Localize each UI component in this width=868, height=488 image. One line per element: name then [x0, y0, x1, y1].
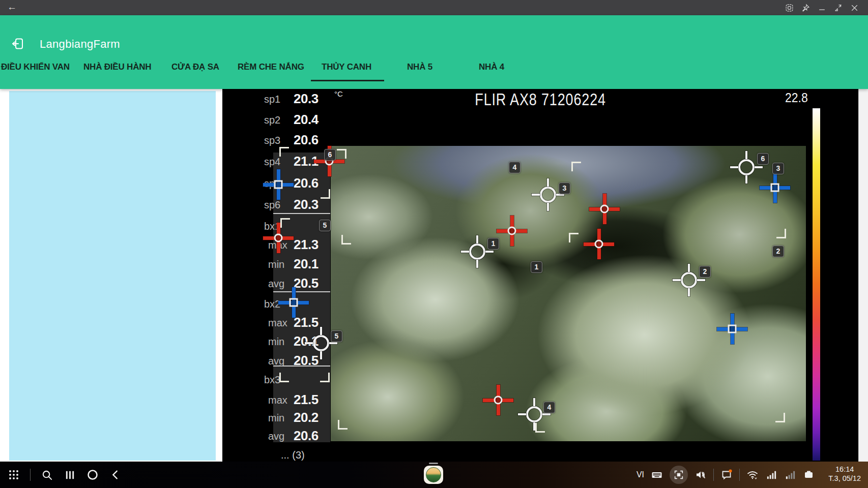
- page-scrollbar[interactable]: [858, 89, 868, 462]
- home-icon[interactable]: [86, 468, 99, 481]
- tick: [755, 166, 763, 168]
- marker-badge-3: 3: [559, 182, 570, 194]
- box-corner-bracket: [775, 413, 785, 422]
- langbiangfarm-app-icon[interactable]: [424, 466, 443, 484]
- temp-label: sp1: [264, 94, 280, 105]
- app-header: LangbiangFarm ĐIỀU KHIỂN VANNHÀ ĐIỀU HÀN…: [0, 15, 868, 89]
- temp-value: 20.3: [294, 197, 319, 212]
- system-tray: VI: [636, 462, 815, 488]
- taskbar-left-icons: [7, 462, 122, 488]
- temp-label: sp6: [264, 199, 280, 211]
- crosshair-center: [290, 298, 298, 307]
- temp-label: sp2: [264, 114, 280, 126]
- tick: [542, 413, 551, 415]
- language-indicator[interactable]: VI: [636, 470, 644, 479]
- volume-muted-icon[interactable]: [695, 469, 707, 481]
- tab-nha-4[interactable]: NHÀ 4: [479, 62, 504, 74]
- tick: [547, 203, 549, 211]
- temp-label: sp4: [264, 156, 280, 168]
- box-corner-bracket: [337, 149, 346, 159]
- signal-weak-icon[interactable]: [784, 469, 796, 481]
- restore-down-icon[interactable]: [834, 4, 843, 12]
- screen-cast-icon[interactable]: [673, 469, 685, 481]
- screen-cast-highlight[interactable]: [670, 466, 688, 484]
- blue-spot-crosshair-marker: [263, 169, 294, 200]
- marker-badge-1: 1: [487, 238, 499, 250]
- tab-dieu-khien-van[interactable]: ĐIỀU KHIỂN VAN: [1, 62, 70, 74]
- temp-label: min: [268, 412, 284, 424]
- battery-icon[interactable]: [803, 469, 815, 481]
- tick: [532, 194, 540, 196]
- temp-value: 20.3: [294, 91, 319, 107]
- tick: [305, 342, 313, 344]
- taskbar-clock[interactable]: 16:14 T.3, 05/12: [828, 465, 861, 483]
- tab-cua-da-sa[interactable]: CỬA ĐẠ SA: [171, 62, 219, 74]
- tick: [673, 279, 681, 281]
- temp-label: min: [268, 336, 284, 348]
- tick: [518, 413, 526, 415]
- crosshair-center: [274, 180, 283, 189]
- tick: [485, 251, 494, 253]
- thermal-camera-view[interactable]: FLIR AX8 71206224 22.8 °C sp120.3sp220.4…: [222, 89, 858, 462]
- temp-label: avg: [268, 355, 284, 367]
- tick: [533, 398, 535, 406]
- back-arrow-icon[interactable]: ←: [7, 2, 17, 13]
- blue-spot-crosshair-marker: [717, 314, 747, 344]
- active-tab-underline: [311, 80, 384, 81]
- app-grid-icon[interactable]: [7, 468, 20, 481]
- tab-nha-5[interactable]: NHÀ 5: [407, 62, 432, 74]
- box-corner-bracket: [320, 373, 330, 382]
- search-icon[interactable]: [40, 468, 53, 481]
- tab-nha-dieu-hanh[interactable]: NHÀ ĐIỀU HÀNH: [83, 62, 151, 74]
- box-corner-bracket: [571, 162, 581, 171]
- task-view-icon[interactable]: [63, 468, 76, 481]
- tab-thuy-canh[interactable]: THỦY CANH: [322, 62, 371, 74]
- tick: [745, 151, 747, 159]
- tray-separator: [739, 469, 740, 481]
- signal-full-icon[interactable]: [765, 469, 777, 481]
- temp-row: avg20.6: [222, 428, 344, 443]
- capture-icon[interactable]: [785, 4, 794, 12]
- circle-outline: [681, 272, 697, 288]
- back-icon[interactable]: [109, 468, 122, 481]
- marker-badge-3: 3: [772, 163, 784, 174]
- wifi-icon[interactable]: [746, 469, 759, 481]
- minimize-icon[interactable]: [818, 4, 826, 12]
- more-measurements-label[interactable]: ... (3): [281, 449, 305, 461]
- temp-value: 20.4: [294, 112, 319, 128]
- red-spot-crosshair-marker: [483, 385, 513, 415]
- box-corner-bracket: [279, 373, 289, 382]
- tray-separator: [713, 469, 714, 481]
- box-corner-bracket: [341, 235, 351, 245]
- temp-label: max: [268, 394, 287, 406]
- temp-row: sp220.4: [222, 112, 344, 127]
- logout-icon[interactable]: [11, 37, 24, 50]
- marker-badge-1: 1: [531, 261, 542, 273]
- keyboard-icon[interactable]: [651, 469, 663, 481]
- box-corner-bracket: [569, 233, 578, 242]
- app-title: LangbiangFarm: [40, 38, 120, 51]
- marker-badge-4: 4: [543, 402, 555, 413]
- crosshair-center: [508, 227, 516, 235]
- crosshair-center: [595, 240, 603, 249]
- temp-row: max21.5: [222, 392, 344, 407]
- title-bar: ←: [0, 0, 868, 15]
- circle-outline: [526, 406, 542, 422]
- crosshair-center: [274, 234, 283, 242]
- temp-value: 20.2: [294, 410, 319, 425]
- chat-notification-icon[interactable]: [720, 469, 733, 481]
- blue-spot-crosshair-marker: [278, 287, 309, 318]
- blue-spot-crosshair-marker: [760, 172, 790, 203]
- tick: [320, 351, 322, 359]
- close-icon[interactable]: [850, 4, 859, 12]
- tick: [461, 251, 469, 253]
- marker-badge-2: 2: [699, 266, 711, 278]
- circle-outline: [540, 187, 556, 203]
- tick: [476, 260, 478, 268]
- red-spot-crosshair-marker: [584, 229, 614, 259]
- pin-icon[interactable]: [801, 4, 810, 12]
- red-spot-crosshair-marker: [497, 216, 527, 246]
- tick: [697, 279, 705, 281]
- tab-rem-che-nang[interactable]: RÈM CHE NẮNG: [238, 62, 304, 74]
- box-corner-bracket: [280, 218, 290, 228]
